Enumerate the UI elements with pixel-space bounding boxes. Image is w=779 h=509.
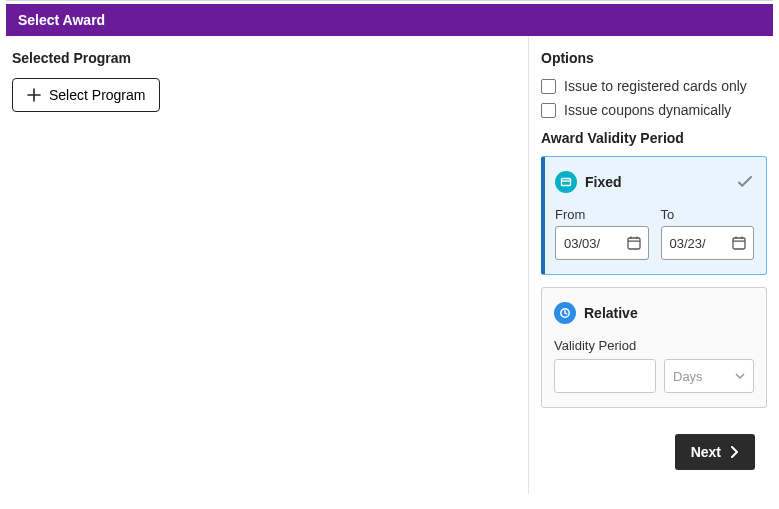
select-program-label: Select Program (49, 87, 145, 103)
fixed-card-header: Fixed (555, 171, 754, 193)
to-label: To (661, 207, 755, 222)
calendar-icon[interactable] (626, 235, 642, 251)
from-label: From (555, 207, 649, 222)
checkbox-icon (541, 79, 556, 94)
clock-icon (554, 302, 576, 324)
footer: Next (541, 420, 767, 476)
option-dynamic-coupons[interactable]: Issue coupons dynamically (541, 102, 767, 118)
next-button[interactable]: Next (675, 434, 755, 470)
validity-relative-card[interactable]: Relative Validity Period Days (541, 287, 767, 408)
svg-rect-2 (628, 238, 640, 249)
chevron-down-icon (735, 371, 745, 381)
to-date-input[interactable]: 03/23/ (661, 226, 755, 260)
options-title: Options (541, 50, 767, 66)
select-program-button[interactable]: Select Program (12, 78, 160, 112)
calendar-icon[interactable] (731, 235, 747, 251)
left-column: Selected Program Select Program (0, 36, 529, 494)
to-date-value: 03/23/ (670, 236, 714, 251)
validity-fixed-card[interactable]: Fixed From 03/03/ (541, 156, 767, 275)
panel-title: Select Award (18, 12, 105, 28)
selected-program-title: Selected Program (12, 50, 516, 66)
svg-rect-6 (733, 238, 745, 249)
from-date-input[interactable]: 03/03/ (555, 226, 649, 260)
right-column: Options Issue to registered cards only I… (529, 36, 779, 494)
validity-unit-select[interactable]: Days (664, 359, 754, 393)
relative-card-header: Relative (554, 302, 754, 324)
svg-rect-0 (562, 179, 571, 186)
validity-period-input[interactable] (554, 359, 656, 393)
validity-period-label: Validity Period (554, 338, 754, 353)
panel-body: Selected Program Select Program Options … (0, 36, 779, 494)
panel-header: Select Award (6, 4, 773, 36)
relative-title: Relative (584, 305, 638, 321)
validity-unit-value: Days (673, 369, 703, 384)
calendar-range-icon (555, 171, 577, 193)
plus-icon (27, 88, 41, 102)
selected-check-icon (736, 173, 754, 191)
chevron-right-icon (729, 446, 739, 458)
option-dynamic-label: Issue coupons dynamically (564, 102, 731, 118)
from-date-value: 03/03/ (564, 236, 608, 251)
option-registered-cards[interactable]: Issue to registered cards only (541, 78, 767, 94)
next-label: Next (691, 444, 721, 460)
checkbox-icon (541, 103, 556, 118)
fixed-title: Fixed (585, 174, 622, 190)
option-registered-label: Issue to registered cards only (564, 78, 747, 94)
award-validity-title: Award Validity Period (541, 130, 767, 146)
